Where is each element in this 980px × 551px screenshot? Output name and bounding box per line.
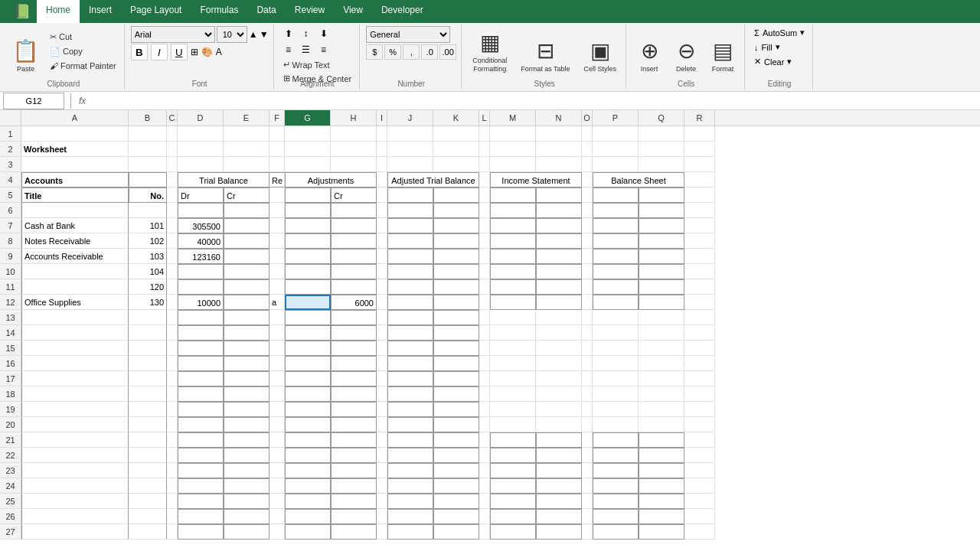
cell-F9[interactable] [270,249,285,264]
cell-C15[interactable] [167,341,178,356]
cell-A21[interactable] [21,432,129,448]
cell-M9[interactable] [490,249,536,264]
cell-J24[interactable] [387,478,433,494]
cell-D18[interactable] [178,386,224,402]
cell-J1[interactable] [387,126,433,142]
cell-O19[interactable] [582,402,593,417]
cell-M6[interactable] [490,203,536,218]
cell-reference-box[interactable] [3,93,64,109]
cell-R18[interactable] [684,386,715,402]
cell-G1[interactable] [285,126,331,142]
underline-button[interactable]: U [171,44,188,60]
cell-P4[interactable]: Balance Sheet [593,172,684,187]
col-header-J[interactable]: J [387,110,433,126]
cell-B26[interactable] [129,509,167,524]
cell-B13[interactable] [129,310,167,325]
cell-C21[interactable] [167,432,178,448]
cell-F24[interactable] [270,478,285,494]
format-painter-button[interactable]: 🖌Format Painter [47,60,119,72]
cell-O7[interactable] [582,218,593,233]
cell-D15[interactable] [178,341,224,356]
cell-C12[interactable] [167,295,178,310]
cell-K26[interactable] [433,509,479,524]
cell-I13[interactable] [377,310,387,325]
cell-L26[interactable] [479,509,490,524]
cell-J27[interactable] [387,524,433,540]
cell-Q8[interactable] [639,233,684,249]
cell-A13[interactable] [21,310,129,325]
row-header-8[interactable]: 8 [0,233,21,249]
cut-button[interactable]: ✂Cut [47,31,119,44]
cell-O24[interactable] [582,478,593,494]
cell-E2[interactable] [224,142,270,157]
cell-R8[interactable] [684,233,715,249]
cell-F1[interactable] [270,126,285,142]
increase-decimal-button[interactable]: .0 [421,44,438,60]
row-header-20[interactable]: 20 [0,417,21,432]
cell-B11[interactable]: 120 [129,279,167,295]
cell-B6[interactable] [129,203,167,218]
cell-K2[interactable] [433,142,479,157]
cell-D2[interactable] [178,142,224,157]
cell-M26[interactable] [490,509,536,524]
cell-K8[interactable] [433,233,479,249]
cell-M12[interactable] [490,295,536,310]
cell-A18[interactable] [21,386,129,402]
cell-O16[interactable] [582,356,593,371]
cell-B12[interactable]: 130 [129,295,167,310]
cell-J26[interactable] [387,509,433,524]
cell-K22[interactable] [433,448,479,463]
cell-E27[interactable] [224,524,270,540]
fill-color-icon[interactable]: 🎨 [201,47,213,57]
cell-M25[interactable] [490,494,536,509]
cell-F20[interactable] [270,417,285,432]
cell-I12[interactable] [377,295,387,310]
cell-F16[interactable] [270,356,285,371]
cell-N20[interactable] [536,417,582,432]
cell-E19[interactable] [224,402,270,417]
cell-Q19[interactable] [639,402,684,417]
cell-N6[interactable] [536,203,582,218]
cell-C17[interactable] [167,371,178,386]
cell-C1[interactable] [167,126,178,142]
cell-C3[interactable] [167,157,178,172]
cell-C25[interactable] [167,494,178,509]
cell-H15[interactable] [331,341,377,356]
cell-P17[interactable] [593,371,639,386]
cell-F11[interactable] [270,279,285,295]
cell-L5[interactable] [479,187,490,203]
cell-A27[interactable] [21,524,129,540]
cell-G6[interactable] [285,203,331,218]
cell-R24[interactable] [684,478,715,494]
cell-E23[interactable] [224,463,270,478]
cell-M23[interactable] [490,463,536,478]
cell-Q7[interactable] [639,218,684,233]
cell-Q27[interactable] [639,524,684,540]
cell-H24[interactable] [331,478,377,494]
cell-N1[interactable] [536,126,582,142]
cell-A22[interactable] [21,448,129,463]
cell-L15[interactable] [479,341,490,356]
cell-C8[interactable] [167,233,178,249]
fill-button[interactable]: ↓Fill▾ [751,41,783,54]
cell-C13[interactable] [167,310,178,325]
cell-styles-button[interactable]: ▣ Cell Styles [580,27,622,76]
cell-R20[interactable] [684,417,715,432]
cell-K12[interactable] [433,295,479,310]
cell-P20[interactable] [593,417,639,432]
row-header-19[interactable]: 19 [0,402,21,417]
cell-N8[interactable] [536,233,582,249]
cell-J6[interactable] [387,203,433,218]
cell-H14[interactable] [331,325,377,341]
cell-H25[interactable] [331,494,377,509]
cell-Q23[interactable] [639,463,684,478]
cell-A8[interactable]: Notes Receivable [21,233,129,249]
cell-A19[interactable] [21,402,129,417]
row-header-13[interactable]: 13 [0,310,21,325]
cell-P21[interactable] [593,432,639,448]
row-header-21[interactable]: 21 [0,432,21,448]
cell-H22[interactable] [331,448,377,463]
cell-F14[interactable] [270,325,285,341]
cell-P19[interactable] [593,402,639,417]
cell-K16[interactable] [433,356,479,371]
